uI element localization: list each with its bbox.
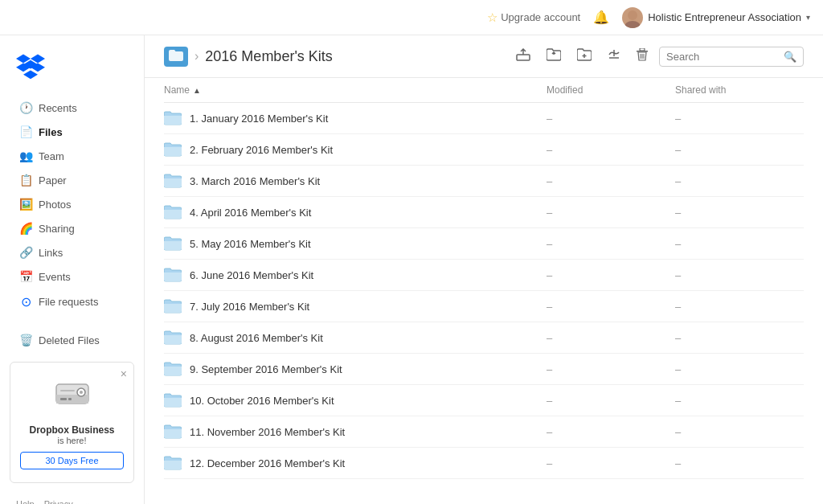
photos-icon: 🖼️ xyxy=(19,198,32,211)
sidebar-item-label-team: Team xyxy=(39,150,64,162)
folder-icon xyxy=(164,205,182,219)
table-row[interactable]: 8. August 2016 Member's Kit – – xyxy=(164,322,804,354)
sidebar-item-sharing[interactable]: 🌈 Sharing xyxy=(3,217,141,240)
sidebar-item-links[interactable]: 🔗 Links xyxy=(3,241,141,264)
more-options-icon[interactable]: ··· xyxy=(83,499,90,504)
star-icon: ☆ xyxy=(487,10,497,25)
file-shared: – xyxy=(675,269,804,281)
file-modified: – xyxy=(547,144,675,156)
sidebar-item-label-photos: Photos xyxy=(39,199,71,211)
sidebar-item-recents[interactable]: 🕐 Recents xyxy=(3,96,141,119)
file-shared: – xyxy=(675,113,804,125)
help-link[interactable]: Help xyxy=(16,499,35,504)
upload-folder-button[interactable] xyxy=(542,45,566,68)
folder-icon xyxy=(164,330,182,345)
events-icon: 📅 xyxy=(19,270,32,283)
table-row[interactable]: 12. December 2016 Member's Kit – – xyxy=(164,448,804,479)
file-modified: – xyxy=(547,269,675,281)
paper-icon: 📋 xyxy=(19,174,32,186)
table-header: Name ▲ Modified Shared with xyxy=(164,78,804,103)
folder-icon xyxy=(164,268,182,282)
sort-ascending-icon: ▲ xyxy=(193,86,201,95)
file-modified: – xyxy=(547,113,675,125)
sidebar-item-file-requests[interactable]: ⊙ File requests xyxy=(3,289,141,314)
table-row[interactable]: 9. September 2016 Member's Kit – – xyxy=(164,354,804,385)
svg-rect-12 xyxy=(60,398,67,400)
file-name: 3. March 2016 Member's Kit xyxy=(190,175,547,187)
col-shared-header[interactable]: Shared with xyxy=(675,84,804,96)
sidebar-item-label-sharing: Sharing xyxy=(39,223,75,235)
svg-point-0 xyxy=(628,10,637,20)
file-name: 12. December 2016 Member's Kit xyxy=(190,457,547,469)
sidebar-item-files[interactable]: 📄 Files xyxy=(3,121,141,143)
file-modified: – xyxy=(547,238,675,250)
file-name: 4. April 2016 Member's Kit xyxy=(190,207,547,219)
upgrade-button[interactable]: ☆ Upgrade account xyxy=(487,10,580,25)
breadcrumb-folder-button[interactable] xyxy=(164,47,188,67)
privacy-link[interactable]: Privacy xyxy=(44,499,73,504)
header-actions: 🔍 xyxy=(511,45,804,68)
file-shared: – xyxy=(675,426,804,438)
promo-close-button[interactable]: × xyxy=(121,367,127,380)
file-modified: – xyxy=(547,207,675,219)
sidebar-item-photos[interactable]: 🖼️ Photos xyxy=(3,193,141,215)
search-box: 🔍 xyxy=(659,47,804,67)
file-modified: – xyxy=(547,363,675,375)
sidebar-item-paper[interactable]: 📋 Paper xyxy=(3,169,141,191)
share-button[interactable] xyxy=(603,45,625,68)
notifications-bell[interactable]: 🔔 xyxy=(593,10,609,25)
upload-file-button[interactable] xyxy=(511,45,535,68)
table-row[interactable]: 11. November 2016 Member's Kit – – xyxy=(164,416,804,448)
sidebar-item-label-file-requests: File requests xyxy=(39,296,98,308)
sidebar-item-events[interactable]: 📅 Events xyxy=(3,265,141,288)
col-modified-header[interactable]: Modified xyxy=(547,84,675,96)
search-icon: 🔍 xyxy=(784,51,796,63)
sidebar-item-team[interactable]: 👥 Team xyxy=(3,145,141,167)
logo-area xyxy=(0,45,144,96)
promo-cta-button[interactable]: 30 Days Free xyxy=(20,452,124,469)
file-name: 10. October 2016 Member's Kit xyxy=(190,395,547,407)
folder-icon xyxy=(164,424,182,439)
sidebar-footer: Help Privacy ··· xyxy=(0,493,144,504)
main-content: › 2016 Member's Kits xyxy=(145,35,823,504)
file-modified: – xyxy=(547,301,675,313)
chevron-down-icon: ▾ xyxy=(806,13,810,22)
table-row[interactable]: 10. October 2016 Member's Kit – – xyxy=(164,385,804,416)
file-rows-container: 1. January 2016 Member's Kit – – 2. Febr… xyxy=(164,103,804,479)
table-row[interactable]: 5. May 2016 Member's Kit – – xyxy=(164,228,804,260)
file-modified: – xyxy=(547,175,675,187)
file-table: Name ▲ Modified Shared with 1. January 2… xyxy=(145,78,823,504)
delete-button[interactable] xyxy=(632,45,653,68)
table-row[interactable]: 6. June 2016 Member's Kit – – xyxy=(164,260,804,291)
folder-icon xyxy=(164,142,182,157)
table-row[interactable]: 4. April 2016 Member's Kit – – xyxy=(164,197,804,228)
promo-card: × Dropbox Business is here! 30 Days Free xyxy=(10,362,134,483)
file-shared: – xyxy=(675,301,804,313)
svg-rect-14 xyxy=(60,390,75,391)
sidebar-item-deleted-files[interactable]: 🗑️ Deleted Files xyxy=(3,329,141,351)
file-name: 1. January 2016 Member's Kit xyxy=(190,113,547,125)
table-row[interactable]: 1. January 2016 Member's Kit – – xyxy=(164,103,804,134)
table-row[interactable]: 7. July 2016 Member's Kit – – xyxy=(164,291,804,322)
folder-icon xyxy=(164,456,182,470)
promo-title: Dropbox Business xyxy=(20,424,124,436)
file-name: 9. September 2016 Member's Kit xyxy=(190,363,547,375)
file-shared: – xyxy=(675,363,804,375)
col-name-header[interactable]: Name ▲ xyxy=(164,84,547,96)
col-name-label: Name xyxy=(164,84,190,96)
search-input[interactable] xyxy=(666,51,779,63)
create-folder-button[interactable] xyxy=(572,45,596,68)
file-name: 5. May 2016 Member's Kit xyxy=(190,238,547,250)
file-modified: – xyxy=(547,457,675,469)
user-menu[interactable]: Holistic Entrepreneur Association ▾ xyxy=(622,7,810,28)
col-modified-label: Modified xyxy=(547,84,583,96)
svg-rect-15 xyxy=(517,55,530,60)
user-name: Holistic Entrepreneur Association xyxy=(648,11,801,23)
avatar xyxy=(622,7,643,28)
dropbox-logo-icon xyxy=(16,51,45,80)
table-row[interactable]: 3. March 2016 Member's Kit – – xyxy=(164,166,804,197)
folder-name: 2016 Member's Kits xyxy=(205,48,333,65)
file-modified: – xyxy=(547,426,675,438)
table-row[interactable]: 2. February 2016 Member's Kit – – xyxy=(164,134,804,166)
topbar: ☆ Upgrade account 🔔 Holistic Entrepreneu… xyxy=(0,0,823,35)
